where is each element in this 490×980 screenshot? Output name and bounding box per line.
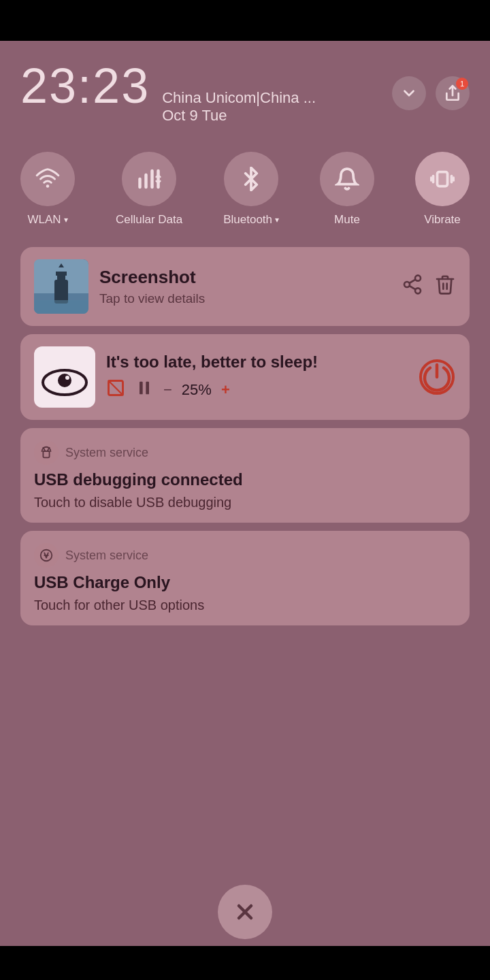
expand-button[interactable] <box>392 76 426 110</box>
svg-line-21 <box>409 279 415 282</box>
screenshot-subtitle: Tap to view details <box>99 291 391 306</box>
chevron-down-icon <box>400 84 418 102</box>
notification-usb-debug[interactable]: System service USB debugging connected T… <box>20 428 470 523</box>
wlan-circle <box>20 152 75 206</box>
close-notifications-button[interactable] <box>218 885 272 939</box>
svg-rect-27 <box>140 382 143 395</box>
toggle-cellular[interactable]: Cellular Data <box>116 152 182 227</box>
carrier-block: China Unicom|China ... Oct 9 Tue <box>162 89 316 125</box>
bell-icon <box>335 167 359 191</box>
svg-point-1 <box>46 184 50 188</box>
wifi-icon <box>35 167 60 191</box>
vibrate-circle <box>415 152 470 206</box>
screenshot-actions <box>402 274 456 300</box>
sleep-thumbnail <box>34 346 95 408</box>
date-display: Oct 9 Tue <box>162 107 316 125</box>
screenshot-text: Screenshot Tap to view details <box>99 267 391 306</box>
bluetooth-label-row: Bluetooth ▾ <box>223 213 279 227</box>
notifications-list: Screenshot Tap to view details <box>20 247 470 639</box>
volume-minus-icon[interactable]: − <box>163 381 172 399</box>
usb-debug-description: Touch to disable USB debugging <box>34 495 456 510</box>
header-row: 23:23 China Unicom|China ... Oct 9 Tue <box>20 54 470 145</box>
carrier-name: China Unicom|China ... <box>162 89 316 107</box>
sleep-text-block: It's too late, better to sleep! <box>106 353 407 402</box>
usb-charge-header: System service <box>34 543 456 568</box>
svg-line-26 <box>109 381 123 395</box>
screenshot-title: Screenshot <box>99 267 391 288</box>
bluetooth-circle <box>224 152 278 206</box>
time-block: 23:23 China Unicom|China ... Oct 9 Tue <box>20 61 316 125</box>
svg-rect-6 <box>437 172 447 186</box>
svg-line-20 <box>409 286 415 289</box>
notification-usb-charge[interactable]: System service USB Charge Only Touch for… <box>20 531 470 625</box>
cellular-label: Cellular Data <box>116 213 182 227</box>
eye-icon <box>37 359 92 396</box>
volume-plus-icon[interactable]: + <box>221 381 230 399</box>
scissors-icon <box>106 378 125 397</box>
usb-charge-description: Touch for other USB options <box>34 598 456 613</box>
delete-action-icon[interactable] <box>434 274 456 300</box>
toggle-mute[interactable]: Mute <box>320 152 374 227</box>
usb-debug-title: USB debugging connected <box>34 470 456 489</box>
toggle-bluetooth[interactable]: Bluetooth ▾ <box>223 152 279 227</box>
bluetooth-dropdown-arrow: ▾ <box>275 215 279 225</box>
share-icon <box>402 274 423 295</box>
svg-point-18 <box>404 282 410 287</box>
sleep-title: It's too late, better to sleep! <box>106 353 407 372</box>
pause-button-icon <box>135 378 154 397</box>
trash-icon <box>434 274 456 295</box>
mute-circle <box>320 152 374 206</box>
usb-charge-service-label: System service <box>65 549 148 563</box>
power-button[interactable] <box>418 358 456 396</box>
notification-sleep[interactable]: It's too late, better to sleep! <box>20 334 470 420</box>
screenshot-content: Screenshot Tap to view details <box>34 259 456 314</box>
sleep-controls-row: − 25% + <box>106 378 407 402</box>
svg-point-23 <box>58 374 71 387</box>
vibrate-label: Vibrate <box>424 213 461 227</box>
bottom-bar <box>0 946 490 980</box>
header-icons: 1 <box>392 76 470 110</box>
sleep-content: It's too late, better to sleep! <box>34 346 456 408</box>
svg-point-33 <box>44 450 46 452</box>
svg-rect-16 <box>34 300 88 314</box>
toggle-wlan[interactable]: WLAN ▾ <box>20 152 75 227</box>
usb-debug-content: System service USB debugging connected T… <box>34 440 456 510</box>
wlan-label: WLAN <box>27 213 61 227</box>
quick-toggles-row: WLAN ▾ Cellular Data <box>20 145 470 247</box>
svg-point-19 <box>415 288 421 293</box>
svg-point-24 <box>65 376 69 380</box>
cellular-circle <box>122 152 176 206</box>
mute-label: Mute <box>334 213 360 227</box>
notification-badge: 1 <box>456 78 468 90</box>
usb-charge-icon-circle <box>34 543 59 568</box>
bluetooth-label: Bluetooth <box>223 213 272 227</box>
close-icon <box>233 900 257 924</box>
usb-charge-content: System service USB Charge Only Touch for… <box>34 543 456 613</box>
close-area <box>218 885 272 939</box>
usb-charge-title: USB Charge Only <box>34 573 456 592</box>
vibrate-icon <box>430 167 455 191</box>
svg-rect-28 <box>146 382 149 395</box>
volume-percent: 25% <box>182 381 212 399</box>
power-icon <box>418 358 456 396</box>
cellular-icon <box>137 167 161 191</box>
wlan-dropdown-arrow: ▾ <box>64 215 68 225</box>
toggle-vibrate[interactable]: Vibrate <box>415 152 470 227</box>
trim-icon[interactable] <box>106 378 125 402</box>
clock-display: 23:23 <box>20 61 150 110</box>
screenshot-thumbnail <box>34 259 88 314</box>
svg-rect-14 <box>56 272 67 276</box>
usb-debug-header: System service <box>34 440 456 465</box>
share-action-icon[interactable] <box>402 274 423 300</box>
svg-rect-13 <box>57 273 65 300</box>
notification-bell-button[interactable]: 1 <box>436 76 470 110</box>
pause-icon[interactable] <box>135 378 154 402</box>
status-bar-top <box>0 0 490 41</box>
wlan-label-row: WLAN ▾ <box>27 213 67 227</box>
notification-screenshot[interactable]: Screenshot Tap to view details <box>20 247 470 326</box>
usb-icon <box>39 548 54 563</box>
bluetooth-icon <box>239 167 263 191</box>
usb-debug-service-label: System service <box>65 446 148 460</box>
usb-debug-icon-circle <box>34 440 59 465</box>
svg-point-34 <box>47 450 49 452</box>
